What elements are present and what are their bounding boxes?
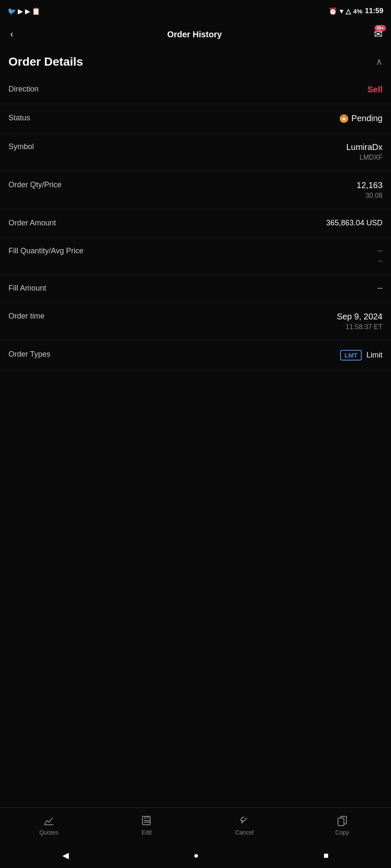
direction-row: Direction Sell — [0, 75, 391, 104]
order-amount-label: Order Amount — [8, 219, 56, 227]
svg-rect-6 — [338, 818, 344, 826]
order-types-label: Order Types — [8, 350, 50, 359]
order-types-value: LMT Limit — [340, 350, 383, 361]
direction-label: Direction — [8, 85, 39, 94]
battery-level: 4% — [353, 8, 363, 15]
quotes-icon — [43, 815, 55, 826]
fill-qty-label: Fill Quantity/Avg Price — [8, 247, 84, 255]
order-time-row: Order time Sep 9, 2024 11:58:37 ET — [0, 302, 391, 341]
symbol-ticker: LMDXF — [346, 154, 383, 161]
pending-icon: ⏰ — [340, 114, 348, 123]
order-time: 11:58:37 ET — [337, 323, 383, 331]
fill-amount-row: Fill Amount -- — [0, 275, 391, 302]
order-amount-value: 365,863.04 USD — [326, 219, 383, 227]
fill-qty-value: -- -- — [377, 247, 383, 265]
bottom-navigation: Quotes Edit Cancel Copy — [0, 807, 391, 843]
symbol-name: LumiraDx — [346, 142, 383, 152]
app-icons: 🐦 ▶ ▶ 📋 — [8, 7, 40, 15]
order-types-row: Order Types LMT Limit — [0, 341, 391, 370]
fill-qty-number: -- — [377, 247, 383, 255]
status-value: ⏰ Pending — [340, 114, 383, 123]
copy-label: Copy — [335, 829, 349, 836]
status-bar-right: ⏰ ▾ △ 4% 11:59 — [329, 7, 383, 15]
symbol-label: Symbol — [8, 142, 34, 151]
copy-icon — [336, 815, 348, 826]
edit-nav-item[interactable]: Edit — [130, 815, 164, 836]
status-bar-left: 🐦 ▶ ▶ 📋 — [8, 7, 40, 15]
content-area: Order Details ∧ Direction Sell Status ⏰ … — [0, 47, 391, 455]
notification-button[interactable]: ✉ 99+ — [374, 28, 383, 40]
cancel-icon — [238, 815, 250, 826]
section-header: Order Details ∧ — [0, 47, 391, 75]
back-button[interactable]: ‹ — [8, 27, 15, 42]
section-title: Order Details — [8, 55, 83, 69]
fill-qty-row: Fill Quantity/Avg Price -- -- — [0, 237, 391, 275]
status-row: Status ⏰ Pending — [0, 104, 391, 133]
copy-nav-item[interactable]: Copy — [325, 815, 359, 836]
collapse-icon[interactable]: ∧ — [376, 56, 383, 67]
system-home-button[interactable]: ● — [185, 847, 207, 864]
order-qty-number: 12,163 — [357, 180, 383, 190]
lmt-badge: LMT — [340, 350, 362, 361]
cancel-nav-item[interactable]: Cancel — [227, 815, 261, 836]
status-label: Status — [8, 114, 30, 122]
fill-avg-price: -- — [377, 257, 383, 265]
order-time-value: Sep 9, 2024 11:58:37 ET — [337, 312, 383, 331]
system-navigation: ◀ ● ■ — [0, 843, 391, 868]
signal-icon: △ — [346, 7, 351, 15]
order-amount-row: Order Amount 365,863.04 USD — [0, 209, 391, 237]
quotes-nav-item[interactable]: Quotes — [32, 815, 66, 836]
order-qty-row: Order Qty/Price 12,163 30.08 — [0, 171, 391, 209]
quotes-label: Quotes — [39, 829, 59, 836]
page-title: Order History — [167, 30, 222, 39]
fill-amount-value: -- — [377, 284, 383, 293]
edit-label: Edit — [142, 829, 152, 836]
cancel-label: Cancel — [235, 829, 254, 836]
alarm-icon: ⏰ — [329, 7, 337, 15]
order-type-text: Limit — [366, 351, 383, 359]
edit-icon — [141, 815, 153, 826]
status-bar: 🐦 ▶ ▶ 📋 ⏰ ▾ △ 4% 11:59 — [0, 0, 391, 22]
order-price-number: 30.08 — [357, 192, 383, 200]
fill-amount-label: Fill Amount — [8, 284, 46, 293]
symbol-value: LumiraDx LMDXF — [346, 142, 383, 161]
symbol-row: Symbol LumiraDx LMDXF — [0, 133, 391, 171]
direction-value: Sell — [367, 85, 383, 94]
top-navigation: ‹ Order History ✉ 99+ — [0, 22, 391, 47]
order-date: Sep 9, 2024 — [337, 312, 383, 321]
system-back-button[interactable]: ◀ — [54, 847, 77, 864]
order-qty-value: 12,163 30.08 — [357, 180, 383, 200]
clock: 11:59 — [365, 7, 383, 15]
system-recent-button[interactable]: ■ — [315, 847, 337, 864]
order-time-label: Order time — [8, 312, 45, 321]
wifi-icon: ▾ — [340, 7, 343, 15]
notification-badge: 99+ — [374, 25, 386, 31]
order-qty-label: Order Qty/Price — [8, 180, 61, 189]
